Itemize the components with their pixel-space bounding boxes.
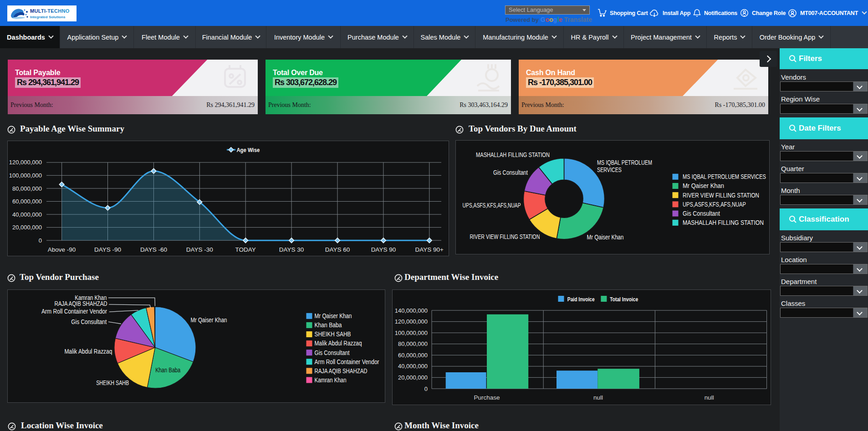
svg-text:20,000,000: 20,000,000 [398, 374, 428, 381]
svg-text:Gis Consultant: Gis Consultant [315, 349, 350, 356]
svg-text:RAJA AQIB SHAHZAD: RAJA AQIB SHAHZAD [55, 300, 107, 307]
svg-text:120,000,000: 120,000,000 [9, 159, 42, 166]
svg-text:Mr Qaiser Khan: Mr Qaiser Khan [683, 182, 724, 189]
svg-text:100,000,000: 100,000,000 [9, 172, 42, 179]
svg-text:MASHALLAH FILLING STATION: MASHALLAH FILLING STATION [683, 219, 764, 226]
svg-text:DAYS -30: DAYS -30 [186, 246, 213, 253]
svg-text:Khan Baba: Khan Baba [155, 366, 180, 374]
svg-text:Arm Roll Container Vendor: Arm Roll Container Vendor [315, 358, 379, 365]
svg-text:Mr Qaiser Khan: Mr Qaiser Khan [587, 233, 624, 241]
svg-text:Kamran Khan: Kamran Khan [315, 376, 347, 384]
svg-text:TODAY: TODAY [235, 246, 256, 253]
svg-text:Khan Baba: Khan Baba [315, 321, 342, 329]
svg-text:120,000,000: 120,000,000 [395, 318, 428, 325]
svg-text:DAYS 30: DAYS 30 [279, 246, 304, 253]
svg-text:20,000,000: 20,000,000 [12, 224, 42, 231]
svg-text:RIVER VIEW FILLING STATION: RIVER VIEW FILLING STATION [470, 233, 540, 240]
svg-text:0: 0 [424, 385, 428, 392]
svg-text:100,000,000: 100,000,000 [395, 330, 428, 336]
svg-text:SHEIKH SAHB: SHEIKH SAHB [315, 330, 351, 338]
svg-text:Mr Qaiser Khan: Mr Qaiser Khan [315, 312, 352, 319]
svg-text:Arm Roll Container Vendor: Arm Roll Container Vendor [41, 308, 107, 315]
svg-text:60,000,000: 60,000,000 [12, 198, 42, 205]
svg-text:SHEIKH SAHB: SHEIKH SAHB [96, 379, 129, 386]
svg-text:Above -90: Above -90 [48, 246, 76, 253]
svg-text:DAYS 90+: DAYS 90+ [415, 246, 444, 253]
svg-text:MULTI-TECHNO: MULTI-TECHNO [30, 8, 70, 14]
svg-text:80,000,000: 80,000,000 [398, 340, 428, 347]
svg-text:40,000,000: 40,000,000 [398, 363, 428, 370]
svg-text:DAYS -60: DAYS -60 [140, 246, 167, 253]
svg-text:140,000,000: 140,000,000 [395, 307, 428, 314]
svg-text:Gis Consultant: Gis Consultant [71, 318, 107, 325]
svg-text:RIVER VIEW FILLING STATION: RIVER VIEW FILLING STATION [683, 192, 759, 199]
svg-text:SERVICES: SERVICES [597, 166, 622, 173]
svg-text:Malik Abdul Razzaq: Malik Abdul Razzaq [64, 348, 112, 355]
svg-text:Malik Abdul Razzaq: Malik Abdul Razzaq [315, 340, 362, 347]
svg-text:Integrated Solutions: Integrated Solutions [30, 15, 66, 19]
svg-text:Gis Consultant: Gis Consultant [493, 169, 528, 176]
svg-text:Paid Invoice: Paid Invoice [567, 296, 595, 303]
svg-text:80,000,000: 80,000,000 [12, 185, 42, 192]
svg-text:60,000,000: 60,000,000 [398, 352, 428, 359]
svg-text:Mr Qaiser Khan: Mr Qaiser Khan [190, 316, 227, 324]
svg-text:DAYS 60: DAYS 60 [325, 246, 350, 253]
svg-text:DAYS -90: DAYS -90 [94, 246, 121, 253]
svg-text:DAYS 90: DAYS 90 [371, 246, 396, 253]
svg-text:null: null [593, 394, 603, 401]
svg-text:Total Invoice: Total Invoice [610, 296, 638, 303]
svg-text:Age Wise: Age Wise [236, 147, 260, 153]
svg-text:RAJA AQIB SHAHZAD: RAJA AQIB SHAHZAD [315, 367, 368, 375]
svg-text:Gis Consultant: Gis Consultant [683, 210, 720, 217]
svg-text:MS IQBAL PETROLUEM: MS IQBAL PETROLUEM [597, 159, 652, 166]
svg-text:Purchase: Purchase [474, 394, 500, 401]
svg-text:40,000,000: 40,000,000 [12, 211, 42, 218]
svg-text:0: 0 [39, 237, 42, 244]
svg-text:MS IQBAL PETROLUEM SERVICES: MS IQBAL PETROLUEM SERVICES [683, 173, 766, 180]
svg-text:UPS,ASFS,KFS,AFS,NUAP: UPS,ASFS,KFS,AFS,NUAP [463, 202, 521, 209]
svg-text:null: null [705, 394, 714, 401]
svg-text:UPS,ASFS,KFS,AFS,NUAP: UPS,ASFS,KFS,AFS,NUAP [683, 201, 746, 208]
svg-text:MASHALLAH FILLING STATION: MASHALLAH FILLING STATION [476, 151, 550, 158]
